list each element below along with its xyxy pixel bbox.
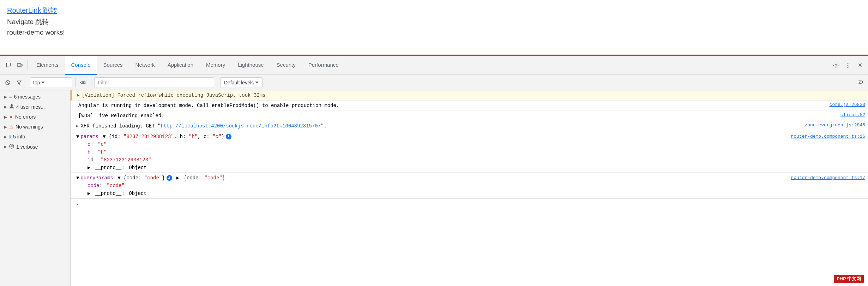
works-text: router-demo works!: [7, 29, 861, 36]
settings-icon[interactable]: [831, 60, 841, 71]
console-sidebar: ▶ ≡ 6 messages ▶ 4 user mes... ▶ ✕ No er…: [0, 90, 71, 286]
console-prompt-icon: ▸: [76, 202, 79, 207]
context-label: top: [33, 80, 40, 85]
verbose-label: 1 verbose: [16, 144, 38, 150]
tab-memory[interactable]: Memory: [200, 56, 231, 75]
expand-icon[interactable]: ▶: [76, 124, 79, 128]
queryparams-code-line: code: "code": [76, 182, 786, 190]
queryparams-code-val: "code": [104, 182, 125, 190]
queryparams-inline2: {code: "code"}: [181, 174, 225, 182]
params-h-val: "h": [95, 148, 107, 156]
sidebar-item-all-messages[interactable]: ▶ ≡ 6 messages: [0, 92, 70, 102]
xhr-text: XHR finished loading: GET "http://localh…: [81, 123, 801, 130]
levels-label: Default levels: [224, 80, 254, 85]
params-id-val: "823712312938123": [98, 156, 151, 164]
devtools-panel: Elements Console Sources Network Applica…: [0, 55, 868, 286]
core-source[interactable]: core.js:26833: [825, 102, 865, 107]
warnings-label: No warnings: [16, 124, 43, 130]
params-source[interactable]: router-demo.component.ts:16: [786, 133, 865, 139]
tab-elements[interactable]: Elements: [30, 56, 65, 75]
queryparams-expand2[interactable]: ▶: [176, 174, 179, 182]
angular-text: Angular is running in development mode. …: [78, 102, 825, 109]
console-messages[interactable]: ▶ [Violation] Forced reflow while execut…: [71, 90, 868, 286]
console-separator-2: [75, 78, 76, 87]
tab-performance[interactable]: Performance: [302, 56, 345, 75]
params-id-line: id: "823712312938123": [76, 156, 786, 164]
queryparams-proto-val: Object: [126, 190, 147, 197]
expand-icon[interactable]: ▶: [77, 93, 80, 97]
sidebar-item-verbose[interactable]: ▶ 1 verbose: [0, 142, 70, 152]
router-link[interactable]: RouterLink 跳转: [7, 6, 861, 15]
queryparams-info-icon[interactable]: i: [167, 175, 172, 181]
queryparams-proto-expand[interactable]: ▶: [88, 190, 90, 197]
tab-network[interactable]: Network: [129, 56, 161, 75]
svg-point-8: [11, 104, 13, 106]
queryparams-source[interactable]: router-demo.component.ts:17: [786, 174, 865, 180]
client-source[interactable]: client:52: [836, 112, 865, 118]
filter-icon[interactable]: [14, 78, 24, 88]
user-messages-label: 4 user mes...: [16, 104, 45, 110]
levels-dropdown[interactable]: Default levels: [220, 77, 263, 88]
sidebar-item-info[interactable]: ▶ ℹ 5 info: [0, 132, 70, 142]
context-selector[interactable]: top: [30, 77, 72, 88]
console-settings-icon[interactable]: [855, 78, 865, 88]
tab-security[interactable]: Security: [270, 56, 302, 75]
eye-icon[interactable]: [78, 78, 88, 88]
watermark: PHP 中文网: [834, 275, 864, 283]
params-c-val: "c": [95, 141, 107, 148]
zone-source[interactable]: zone-evergreen.js:2845: [800, 123, 865, 128]
params-proto-val: Object: [126, 164, 147, 172]
params-content: ▼ params ▼ {id: "823712312938123", h: "h…: [76, 133, 786, 172]
page-content: RouterLink 跳转 Navigate 跳转 router-demo wo…: [0, 0, 868, 55]
proto-expand[interactable]: ▶: [88, 164, 90, 172]
xhr-url[interactable]: http://localhost:4200/sockjs-node/info?t…: [161, 123, 321, 129]
queryparams-code-key: code:: [88, 182, 102, 190]
sidebar-item-warnings[interactable]: ▶ ⚠ No warnings: [0, 122, 70, 132]
close-icon[interactable]: ✕: [855, 60, 865, 71]
user-icon: [9, 104, 14, 110]
params-h-line: h: "h": [76, 148, 786, 156]
device-toggle-icon[interactable]: [14, 60, 25, 71]
queryparams-inline1: ▼ {code: "code"}: [115, 174, 165, 182]
console-toolbar: top Default levels: [0, 75, 868, 90]
tab-sources[interactable]: Sources: [97, 56, 129, 75]
queryparams-content: ▼ queryParams ▼ {code: "code"} i ▶ {code…: [76, 174, 786, 197]
svg-rect-1: [21, 64, 22, 66]
queryparams-proto-key: __proto__:: [92, 190, 124, 197]
violation-message: ▶ [Violation] Forced reflow while execut…: [71, 90, 868, 101]
filter-input[interactable]: [94, 77, 214, 88]
params-header-line: ▼ params ▼ {id: "823712312938123", h: "h…: [76, 133, 786, 141]
more-options-icon[interactable]: [843, 60, 853, 71]
params-h-key: h:: [88, 148, 94, 156]
tab-console[interactable]: Console: [65, 56, 97, 75]
queryparams-header-line: ▼ queryParams ▼ {code: "code"} i ▶ {code…: [76, 174, 786, 182]
sidebar-item-errors[interactable]: ▶ ✕ No errors: [0, 112, 70, 122]
console-separator-3: [91, 78, 91, 87]
svg-point-7: [83, 82, 84, 83]
params-label: params: [80, 133, 98, 141]
svg-point-4: [848, 67, 849, 68]
devtools-toolbar: Elements Console Sources Network Applica…: [0, 56, 868, 75]
tab-lighthouse[interactable]: Lighthouse: [231, 56, 270, 75]
queryparams-proto-line: ▶ __proto__: Object: [76, 190, 786, 197]
sidebar-item-user-messages[interactable]: ▶ 4 user mes...: [0, 102, 70, 112]
info-icon: ℹ: [9, 134, 11, 139]
queryparams-expand[interactable]: ▼: [76, 174, 79, 182]
info-label: 5 info: [13, 134, 25, 139]
tab-application[interactable]: Application: [161, 56, 200, 75]
chevron-icon: ▶: [4, 115, 7, 119]
angular-message: Angular is running in development mode. …: [71, 101, 868, 111]
params-expand[interactable]: ▼: [76, 133, 79, 141]
params-proto-line: ▶ __proto__: Object: [76, 164, 786, 172]
xhr-message: ▶ XHR finished loading: GET "http://loca…: [71, 121, 868, 131]
svg-line-6: [6, 81, 9, 84]
inspect-element-icon[interactable]: [3, 60, 14, 71]
params-id-key: id:: [88, 156, 96, 164]
clear-console-icon[interactable]: [3, 78, 13, 88]
list-icon: ≡: [9, 94, 12, 100]
all-messages-label: 6 messages: [14, 94, 41, 100]
chevron-icon: ▶: [4, 145, 7, 149]
params-info-icon[interactable]: i: [226, 134, 231, 139]
navigate-text: Navigate 跳转: [7, 17, 861, 26]
params-inline: ▼ {id: "823712312938123", h: "h", c: "c"…: [100, 133, 224, 141]
